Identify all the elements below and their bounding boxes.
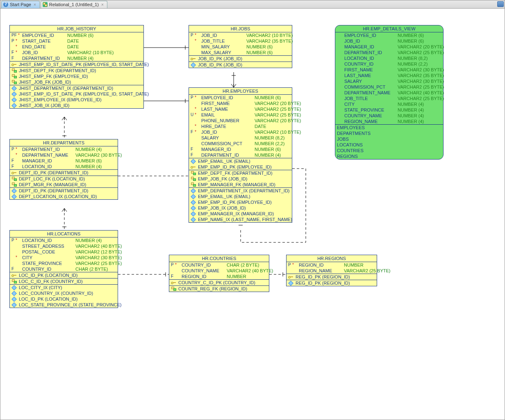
key-row[interactable]: REG_ID_PK (REGION_ID) [287, 274, 377, 280]
entity-employees[interactable]: HR.EMPLOYEESP*EMPLOYEE_IDNUMBER (6)FIRST… [189, 87, 292, 223]
idx-row[interactable]: EMP_MANAGER_IX (MANAGER_ID) [189, 211, 292, 217]
entity-title[interactable]: HR.JOB_HISTORY [10, 25, 143, 32]
view-ref-row[interactable]: JOBS [335, 136, 443, 142]
column-row[interactable]: LOCATION_IDNUMBER (8,2) [335, 55, 443, 61]
view-ref-row[interactable]: REGIONS [335, 153, 443, 159]
column-row[interactable]: REGION_NAMENUMBER (4) [335, 119, 443, 124]
column-row[interactable]: DEPARTMENT_IDVARCHAR2 (25 BYTE) [335, 50, 443, 55]
column-row[interactable]: P*LOCATION_IDNUMBER (4) [10, 237, 118, 243]
column-row[interactable]: PHONE_NUMBERVARCHAR2 (20 BYTE) [189, 118, 292, 123]
column-row[interactable]: FREGION_IDNUMBER [169, 274, 269, 279]
idx-row[interactable]: LOC_ID_PK (LOCATION_ID) [10, 296, 118, 302]
entity-departments[interactable]: HR.DEPARTMENTSP*DEPARTMENT_IDNUMBER (4)*… [9, 139, 118, 200]
entity-title[interactable]: HR.LOCATIONS [10, 231, 118, 237]
column-row[interactable]: EMPLOYEE_IDNUMBER (6) [335, 32, 443, 38]
idx-row[interactable]: DEPT_LOCATION_IX (LOCATION_ID) [10, 194, 118, 199]
fk-row[interactable]: EMP_JOB_FK (JOB_ID) [189, 176, 292, 182]
tab-start-page[interactable]: Start Page × [1, 1, 40, 8]
column-row[interactable]: *HIRE_DATEDATE [189, 123, 292, 129]
column-row[interactable]: *END_DATEDATE [10, 44, 143, 50]
column-row[interactable]: JOB_IDNUMBER (6) [335, 38, 443, 44]
key-row[interactable]: JOB_ID_PK (JOB_ID) [189, 56, 292, 62]
column-row[interactable]: FIRST_NAMEVARCHAR2 (20 BYTE) [189, 100, 292, 106]
column-row[interactable]: *JOB_TITLEVARCHAR2 (35 BYTE) [189, 38, 292, 44]
key-row[interactable]: EMP_EMP_ID_PK (EMPLOYEE_ID) [189, 164, 292, 170]
column-row[interactable]: DEPARTMENT_NAMEVARCHAR2 (40 BYTE) [335, 90, 443, 96]
column-row[interactable]: LAST_NAMEVARCHAR2 (35 BYTE) [335, 73, 443, 78]
idx-row[interactable]: EMP_EMAIL_UK (EMAIL) [189, 194, 292, 199]
column-row[interactable]: U*EMAILVARCHAR2 (25 BYTE) [189, 112, 292, 118]
column-row[interactable]: REGION_NAMEVARCHAR2 (25 BYTE) [287, 268, 377, 274]
entity-title[interactable]: HR.REGIONS [287, 255, 377, 262]
close-icon[interactable]: × [34, 2, 36, 7]
column-row[interactable]: *LAST_NAMEVARCHAR2 (25 BYTE) [189, 106, 292, 112]
fk-row[interactable]: LOC_C_ID_FK (COUNTRY_ID) [10, 278, 118, 284]
idx-row[interactable]: JHIST_EMPLOYEE_IX (EMPLOYEE_ID) [10, 97, 143, 103]
column-row[interactable]: POSTAL_CODEVARCHAR2 (12 BYTE) [10, 249, 118, 255]
column-row[interactable]: *CITYVARCHAR2 (30 BYTE) [10, 255, 118, 260]
column-row[interactable]: STATE_PROVINCEVARCHAR2 (25 BYTE) [10, 260, 118, 266]
column-row[interactable]: P*DEPARTMENT_IDNUMBER (4) [10, 146, 118, 152]
diagram-canvas[interactable]: HR.JOB_HISTORYPF*EMPLOYEE_IDNUMBER (6)P*… [0, 9, 505, 420]
fk-row[interactable]: JHIST_EMP_FK (EMPLOYEE_ID) [10, 73, 143, 79]
column-row[interactable]: P*EMPLOYEE_IDNUMBER (6) [189, 95, 292, 100]
column-row[interactable]: FDEPARTMENT_IDNUMBER (4) [189, 152, 292, 158]
fk-row[interactable]: JHIST_JOB_FK (JOB_ID) [10, 79, 143, 85]
entity-title[interactable]: HR.EMPLOYEES [189, 88, 292, 95]
entity-job_history[interactable]: HR.JOB_HISTORYPF*EMPLOYEE_IDNUMBER (6)P*… [9, 25, 144, 109]
idx-row[interactable]: EMP_EMP_ID_PK (EMPLOYEE_ID) [189, 199, 292, 205]
entity-title[interactable]: HR.COUNTRIES [169, 255, 269, 262]
entity-title[interactable]: HR.JOBS [189, 25, 292, 32]
column-row[interactable]: JOB_TITLEVARCHAR2 (25 BYTE) [335, 96, 443, 101]
column-row[interactable]: P*START_DATEDATE [10, 38, 143, 44]
column-row[interactable]: CITYNUMBER (4) [335, 101, 443, 107]
fk-row[interactable]: DEPT_LOC_FK (LOCATION_ID) [10, 176, 118, 182]
column-row[interactable]: F*JOB_IDVARCHAR2 (10 BYTE) [10, 50, 143, 55]
tab-overflow-button[interactable] [497, 1, 504, 7]
column-row[interactable]: F*JOB_IDVARCHAR2 (10 BYTE) [189, 129, 292, 135]
column-row[interactable]: COUNTRY_NAMENUMBER (4) [335, 113, 443, 119]
column-row[interactable]: SALARYNUMBER (8,2) [189, 135, 292, 141]
entity-regions[interactable]: HR.REGIONSP*REGION_IDNUMBERREGION_NAMEVA… [286, 255, 377, 286]
fk-row[interactable]: EMP_DEPT_FK (DEPARTMENT_ID) [189, 170, 292, 176]
column-row[interactable]: PF*EMPLOYEE_IDNUMBER (6) [10, 32, 143, 38]
fk-row[interactable]: DEPT_MGR_FK (MANAGER_ID) [10, 182, 118, 187]
key-row[interactable]: JHIST_EMP_ID_ST_DATE_PK (EMPLOYEE_ID, ST… [10, 62, 143, 67]
idx-row[interactable]: EMP_NAME_IX (LAST_NAME, FIRST_NAME) [189, 217, 292, 222]
idx-row[interactable]: EMP_JOB_IX (JOB_ID) [189, 205, 292, 211]
column-row[interactable]: COMMISSION_PCTVARCHAR2 (25 BYTE) [335, 84, 443, 90]
column-row[interactable]: FLOCATION_IDNUMBER (4) [10, 164, 118, 169]
column-row[interactable]: FMANAGER_IDNUMBER (6) [10, 158, 118, 164]
column-row[interactable]: MANAGER_IDVARCHAR2 (20 BYTE) [335, 44, 443, 50]
entity-countries[interactable]: HR.COUNTRIESP*COUNTRY_IDCHAR (2 BYTE)COU… [169, 255, 269, 292]
view-ref-row[interactable]: DEPARTMENTS [335, 130, 443, 136]
idx-row[interactable]: JOB_ID_PK (JOB_ID) [189, 62, 292, 68]
view-ref-row[interactable]: COUNTRIES [335, 148, 443, 153]
tab-relational[interactable]: Relational_1 (Untitled_1) × [41, 1, 107, 8]
fk-row[interactable]: JHIST_DEPT_FK (DEPARTMENT_ID) [10, 68, 143, 73]
idx-row[interactable]: JHIST_EMP_ID_ST_DATE_PK (EMPLOYEE_ID, ST… [10, 91, 143, 97]
view-ref-row[interactable]: EMPLOYEES [335, 125, 443, 130]
idx-row[interactable]: JHIST_DEPARTMENT_IX (DEPARTMENT_ID) [10, 85, 143, 91]
column-row[interactable]: P*REGION_IDNUMBER [287, 262, 377, 268]
idx-row[interactable]: LOC_COUNTRY_IX (COUNTRY_ID) [10, 290, 118, 296]
entity-title[interactable]: HR.DEPARTMENTS [10, 139, 118, 146]
key-row[interactable]: LOC_ID_PK (LOCATION_ID) [10, 272, 118, 278]
column-row[interactable]: COUNTRY_IDNUMBER (2,2) [335, 61, 443, 67]
column-row[interactable]: STREET_ADDRESSVARCHAR2 (40 BYTE) [10, 243, 118, 249]
fk-row[interactable]: COUNTR_REG_FK (REGION_ID) [169, 286, 269, 292]
idx-row[interactable]: EMP_EMAIL_UK (EMAIL) [189, 158, 292, 164]
key-row[interactable]: COUNTRY_C_ID_PK (COUNTRY_ID) [169, 280, 269, 285]
column-row[interactable]: FMANAGER_IDNUMBER (6) [189, 146, 292, 152]
column-row[interactable]: FIRST_NAMEVARCHAR2 (30 BYTE) [335, 67, 443, 73]
column-row[interactable]: FDEPARTMENT_IDNUMBER (4) [10, 55, 143, 61]
idx-row[interactable]: JHIST_JOB_IX (JOB_ID) [10, 103, 143, 108]
idx-row[interactable]: LOC_STATE_PROVINCE_IX (STATE_PROVINCE) [10, 302, 118, 308]
idx-row[interactable]: EMP_DEPARTMENT_IX (DEPARTMENT_ID) [189, 188, 292, 194]
column-row[interactable]: COMMISSION_PCTNUMBER (2,2) [189, 141, 292, 146]
column-row[interactable]: MIN_SALARYNUMBER (6) [189, 44, 292, 50]
column-row[interactable]: FCOUNTRY_IDCHAR (2 BYTE) [10, 266, 118, 272]
column-row[interactable]: P*COUNTRY_IDCHAR (2 BYTE) [169, 262, 269, 268]
column-row[interactable]: COUNTRY_NAMEVARCHAR2 (40 BYTE) [169, 268, 269, 274]
view-ref-row[interactable]: LOCATIONS [335, 142, 443, 148]
